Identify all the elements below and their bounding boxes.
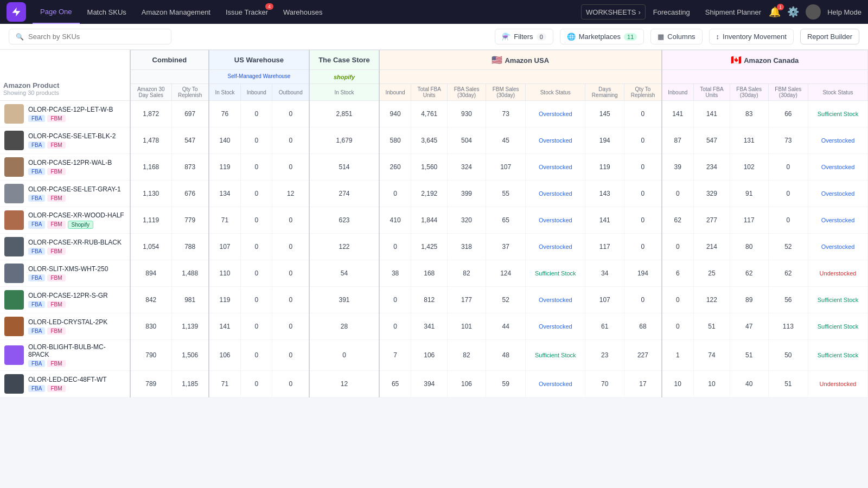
canada-stock-status: Overstocked <box>808 234 868 260</box>
canada-fba-sales-header: FBA Sales(30day) <box>730 84 768 101</box>
usa-fbm-sales: 107 <box>486 154 525 181</box>
product-thumbnail <box>4 345 24 365</box>
canada-inbound: 10 <box>662 371 694 397</box>
product-info: OLOR-PCASE-SE-LET-GRAY-1 FBAFBM <box>28 185 125 202</box>
canada-total-fba: 277 <box>693 207 730 234</box>
table-row: OLOR-LED-CRYSTAL-2PK FBAFBM 830 1,139 14… <box>0 313 868 340</box>
table-row: OLOR-PCASE-SE-LET-BLK-2 FBAFBM 1,478 547… <box>0 127 868 154</box>
settings-button[interactable]: ⚙️ <box>787 6 799 18</box>
marketplaces-button[interactable]: 🌐 Marketplaces 11 <box>560 29 644 44</box>
nav-amazon-management[interactable]: Amazon Management <box>134 0 218 24</box>
combined-qty-replenish: 873 <box>171 154 209 181</box>
product-thumbnail <box>4 264 24 283</box>
product-tags: FBAFBM <box>28 115 125 122</box>
usa-total-fba: 1,425 <box>411 234 448 260</box>
notifications-button[interactable]: 🔔1 <box>769 6 781 18</box>
usa-stock-status: Overstocked <box>526 101 585 127</box>
help-mode-button[interactable]: Help Mode <box>827 8 861 16</box>
usa-fba-sales: 324 <box>448 154 486 181</box>
combined-qty-replenish: 1,139 <box>171 313 209 340</box>
nav-match-skus[interactable]: Match SKUs <box>80 0 134 24</box>
nav-worksheets[interactable]: WORKSHEETS › <box>581 4 646 20</box>
combined-qty-replenish: 1,506 <box>171 340 209 371</box>
product-cell-8: OLOR-LED-CRYSTAL-2PK FBAFBM <box>0 313 130 340</box>
canada-total-fba: 74 <box>693 340 730 371</box>
product-tags: FBAFBMShopify <box>28 221 125 229</box>
us-instock: 119 <box>209 287 241 313</box>
product-cell-2: OLOR-PCASE-12PR-WAL-B FBAFBM <box>0 154 130 181</box>
usa-stock-status: Overstocked <box>526 127 585 154</box>
canada-stock-status: Overstocked <box>808 207 868 234</box>
tag-fba: FBA <box>28 274 45 281</box>
usa-qty-replenish: 0 <box>624 181 662 207</box>
usa-total-fba: 1,844 <box>411 207 448 234</box>
product-thumbnail <box>4 317 24 336</box>
us-inbound: 0 <box>241 181 272 207</box>
tag-fba: FBA <box>28 328 45 335</box>
usa-total-fba: 812 <box>411 287 448 313</box>
usa-qty-replenish: 0 <box>624 127 662 154</box>
user-avatar[interactable] <box>806 4 821 20</box>
nav-issue-tracker[interactable]: Issue Tracker4 <box>218 0 276 24</box>
table-row: OLOR-BLIGHT-BULB-MC-8PACK FBAFBM 790 1,5… <box>0 340 868 371</box>
tag-fba: FBA <box>28 385 45 392</box>
us-outbound: 0 <box>272 207 309 234</box>
us-outbound-header: Outbound <box>272 84 309 101</box>
us-instock: 119 <box>209 154 241 181</box>
nav-shipment-planner[interactable]: Shipment Planner <box>698 0 769 24</box>
usa-qty-replenish: 0 <box>624 234 662 260</box>
case-instock-header: In Stock <box>309 84 379 101</box>
canada-inbound: 0 <box>662 181 694 207</box>
inventory-movement-button[interactable]: ↕️ Inventory Movement <box>709 29 794 44</box>
usa-stock-status: Overstocked <box>526 371 585 397</box>
product-tags: FBAFBM <box>28 385 125 392</box>
product-cell-3: OLOR-PCASE-SE-LET-GRAY-1 FBAFBM <box>0 181 130 207</box>
us-inbound: 0 <box>241 207 272 234</box>
product-tags: FBAFBM <box>28 301 125 308</box>
canada-fbm-sales: 66 <box>768 101 808 127</box>
product-column-header: Amazon Product Showing 30 products <box>0 50 130 101</box>
canada-fbm-sales: 73 <box>768 127 808 154</box>
logo[interactable] <box>7 2 26 22</box>
product-cell-6: OLOR-SLIT-XMS-WHT-250 FBAFBM <box>0 260 130 287</box>
usa-qty-replenish: 17 <box>624 371 662 397</box>
combined-group-header: Combined <box>130 50 209 70</box>
product-tags: FBAFBM <box>28 248 125 255</box>
nav-warehouses[interactable]: Warehouses <box>276 0 330 24</box>
product-info: OLOR-BLIGHT-BULB-MC-8PACK FBAFBM <box>28 343 125 367</box>
us-inbound: 0 <box>241 101 272 127</box>
us-inbound: 0 <box>241 260 272 287</box>
combined-30day: 1,478 <box>130 127 171 154</box>
amazon-canada-sub-header <box>662 70 868 84</box>
product-thumbnail <box>4 210 24 230</box>
report-builder-button[interactable]: Report Builder <box>800 29 859 44</box>
tag-fbm: FBM <box>47 221 65 229</box>
tag-fba: FBA <box>28 221 45 229</box>
columns-button[interactable]: ▦ Columns <box>650 29 702 44</box>
product-thumbnail <box>4 131 24 150</box>
combined-qty-replenish: 676 <box>171 181 209 207</box>
canada-flag-icon: 🇨🇦 <box>731 55 742 65</box>
nav-forecasting[interactable]: Forecasting <box>646 0 698 24</box>
usa-total-fba: 2,192 <box>411 181 448 207</box>
nav-page-one[interactable]: Page One <box>33 0 80 24</box>
filters-button[interactable]: ⚗️ Filters 0 <box>495 29 553 44</box>
case-instock: 274 <box>309 181 379 207</box>
search-input[interactable] <box>28 33 164 41</box>
usa-fba-sales: 177 <box>448 287 486 313</box>
canada-total-fba: 10 <box>693 371 730 397</box>
usa-fbm-sales: 55 <box>486 181 525 207</box>
combined-30day: 789 <box>130 371 171 397</box>
search-box[interactable]: 🔍 <box>9 29 171 44</box>
product-sku: OLOR-SLIT-XMS-WHT-250 <box>28 265 125 273</box>
toolbar: 🔍 ⚗️ Filters 0 🌐 Marketplaces 11 ▦ Colum… <box>0 24 868 50</box>
combined-30day: 1,130 <box>130 181 171 207</box>
canada-fba-sales: 131 <box>730 127 768 154</box>
us-inbound-header: Inbound <box>241 84 272 101</box>
usa-days-remaining: 70 <box>585 371 624 397</box>
usa-fbm-sales: 48 <box>486 340 525 371</box>
usa-fbm-sales: 52 <box>486 287 525 313</box>
product-sku: OLOR-LED-DEC-48FT-WT <box>28 376 125 383</box>
usa-qty-replenish: 0 <box>624 154 662 181</box>
usa-fbm-sales: 45 <box>486 127 525 154</box>
